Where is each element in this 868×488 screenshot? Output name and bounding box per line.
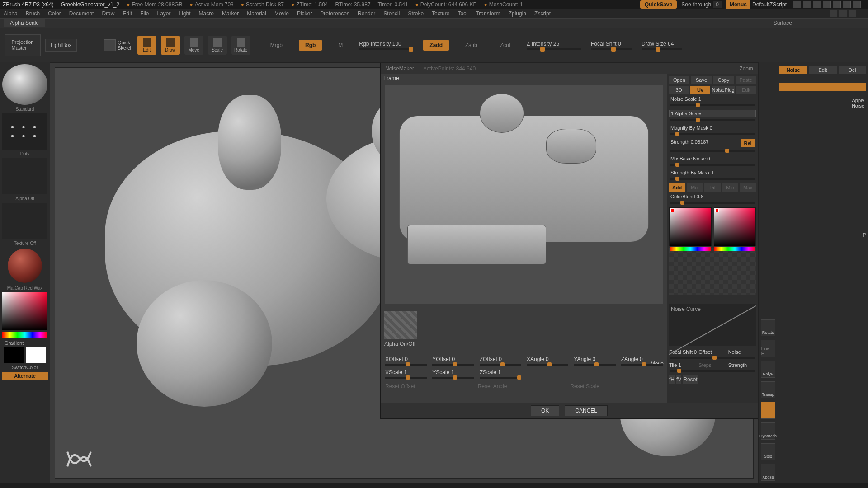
noiseplug-edit-button[interactable]: Edit [736,86,756,94]
menu-file[interactable]: File [140,10,149,17]
xoffset-slider[interactable]: XOffset 0 [385,356,427,366]
blend-dif[interactable]: Dif [704,183,720,192]
paste-button[interactable]: Paste [736,76,756,84]
menu-movie[interactable]: Movie [274,10,289,17]
fv-button[interactable]: fV [676,375,681,384]
hue-strip[interactable] [2,332,47,338]
strmask-slider[interactable] [670,178,755,180]
noise-preview-viewport[interactable] [385,85,663,304]
minimize-icon[interactable] [833,1,841,8]
blend-mul[interactable]: Mul [687,183,703,192]
noiseplug-button[interactable]: NoisePlug [712,86,735,94]
titlebar-icon-3[interactable] [813,1,821,8]
quicksave-button[interactable]: QuickSave [640,0,677,9]
blend-min[interactable]: Min [722,183,738,192]
reset-scale-button[interactable]: Reset Scale [570,383,663,389]
3d-toggle[interactable]: 3D [669,86,689,94]
alpha-thumbnail[interactable] [2,158,47,194]
titlebar-icon-2[interactable] [803,1,811,8]
strength-slider[interactable] [670,150,755,152]
curve-tile-slider[interactable] [670,370,755,372]
rgb-intensity-slider[interactable]: Rgb Intensity 100 [359,41,413,50]
noise-button[interactable]: Noise [779,66,807,74]
noise-scale-slider[interactable] [670,104,755,106]
menu-texture[interactable]: Texture [432,10,449,17]
draw-size-slider[interactable]: Draw Size 64 [642,41,682,50]
tray-icon[interactable] [839,10,847,17]
alpha-onoff-button[interactable]: Alpha On/Off [384,341,423,347]
zoffset-slider[interactable]: ZOffset 0 [480,356,521,366]
scale-mode-button[interactable]: Scale [208,36,227,55]
curve-focal-slider[interactable] [670,357,755,359]
viewport[interactable]: NoiseMaker ActivePoints: 844,640 Zoom Fr… [50,62,759,483]
menu-alpha[interactable]: Alpha [4,10,18,17]
reset-offset-button[interactable]: Reset Offset [385,383,478,389]
save-button[interactable]: Save [691,76,712,84]
quicksketch-button[interactable]: Quick Sketch [104,39,133,51]
menu-picker[interactable]: Picker [297,10,312,17]
menu-edit[interactable]: Edit [123,10,132,17]
rotate-widget[interactable]: Rotate [761,319,775,337]
alpha-scale-slider[interactable] [670,119,755,121]
focal-shift-slider[interactable]: Focal Shift 0 [591,41,632,50]
noise-curve-editor[interactable]: Noise Curve [669,304,756,346]
rotate-mode-button[interactable]: Rotate [231,36,250,55]
white-swatch[interactable] [26,347,46,363]
zangle-slider[interactable]: ZAngle 0 [621,356,663,366]
mrgb-toggle[interactable]: Mrgb [264,40,289,51]
zadd-toggle[interactable]: Zadd [423,40,449,51]
material-thumbnail[interactable] [8,249,42,283]
unspecified-toggle[interactable] [761,402,775,419]
yoffset-slider[interactable]: YOffset 0 [432,356,474,366]
transp-button[interactable]: Transp [761,381,775,399]
edit-mode-button[interactable]: Edit [137,36,156,55]
apply-noise-button[interactable]: Apply Noise [779,98,866,108]
alternate-button[interactable]: Alternate [2,372,48,380]
brush-thumbnail[interactable] [2,64,47,105]
noise-alpha-thumbnail[interactable] [384,311,417,339]
color-picker[interactable] [2,292,47,330]
projection-master-button[interactable]: Projection Master [5,34,41,56]
uv-toggle[interactable]: Uv [690,86,710,94]
menu-zplugin[interactable]: Zplugin [509,10,526,17]
maximize-icon[interactable] [843,1,851,8]
zcut-toggle[interactable]: Zcut [494,40,517,51]
menu-material[interactable]: Material [247,10,266,17]
blend-max[interactable]: Max [740,183,756,192]
yscale-slider[interactable]: YScale 1 [432,369,474,379]
color-picker-a[interactable] [669,207,712,246]
gradient-label[interactable]: Gradient [2,340,48,346]
menu-macro[interactable]: Macro [199,10,214,17]
menu-light[interactable]: Light [179,10,191,17]
menu-tool[interactable]: Tool [458,10,467,17]
rgb-toggle[interactable]: Rgb [299,40,322,51]
texture-thumbnail[interactable] [2,203,47,239]
menu-brush[interactable]: Brush [26,10,40,17]
noisemaker-preview[interactable]: Frame Alpha On/Off Move XOffset 0 [381,74,667,403]
edit-noise-button[interactable]: Edit [809,66,836,74]
menu-zscript[interactable]: Zscript [534,10,551,17]
magnify-slider[interactable] [670,133,755,135]
ok-button[interactable]: OK [531,405,559,416]
copy-button[interactable]: Copy [713,76,734,84]
draw-mode-button[interactable]: Draw [161,36,180,55]
rel-toggle[interactable]: Rel [741,139,755,147]
menu-draw[interactable]: Draw [102,10,114,17]
z-intensity-slider[interactable]: Z Intensity 25 [527,41,581,50]
seethrough-value[interactable]: 0 [713,1,722,8]
polyf-button[interactable]: PolyF [761,361,775,378]
tray-icon[interactable] [830,10,837,17]
zsub-toggle[interactable]: Zsub [459,40,484,51]
xscale-slider[interactable]: XScale 1 [385,369,427,379]
linefill-button[interactable]: Line Fill [761,340,775,357]
menus-toggle[interactable]: Menus [726,0,750,9]
blend-add[interactable]: Add [669,183,685,192]
zoom-label[interactable]: Zoom [739,66,753,72]
switchcolor-button[interactable]: SwitchColor [2,365,48,370]
xpose-button[interactable]: Xpose [761,464,775,481]
reset-curve-button[interactable]: Reset [683,375,697,384]
zscale-slider[interactable]: ZScale 1 [480,369,521,379]
cancel-button[interactable]: CANCEL [565,405,608,416]
menu-layer[interactable]: Layer [157,10,171,17]
dynamesh-button[interactable]: DynaMsh [761,422,775,440]
